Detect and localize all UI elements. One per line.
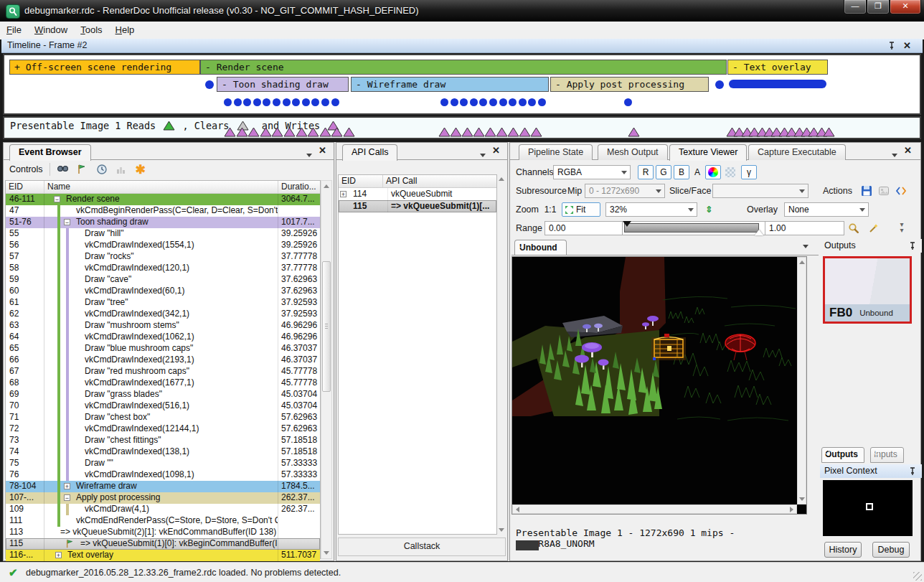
jump-to-event-icon[interactable] xyxy=(76,163,89,176)
timeline-draw-dot[interactable] xyxy=(283,98,291,106)
timeline-draw-dot[interactable] xyxy=(528,98,536,106)
event-row[interactable]: 76vkCmdDrawIndexed(1098,1)57.33333 xyxy=(6,469,320,481)
event-row[interactable]: 73Draw "chest fittings"57.18518 xyxy=(6,435,320,446)
expand-icon[interactable]: + xyxy=(64,483,70,489)
write-marker-triangle[interactable] xyxy=(450,127,462,137)
event-row[interactable]: 64vkCmdDrawIndexed(1062,1)46.96296 xyxy=(6,332,320,343)
timeline-draw-dot[interactable] xyxy=(538,98,546,106)
column-eid[interactable]: EID xyxy=(339,175,383,187)
tab-capture-executable[interactable]: Capture Executable xyxy=(748,144,846,160)
scrollbar-thumb[interactable] xyxy=(322,261,331,392)
timeline-draw-dot[interactable] xyxy=(715,80,724,89)
event-row[interactable]: 61Draw "tree"37.92593 xyxy=(6,297,320,309)
timeline-draw-dot[interactable] xyxy=(519,98,527,106)
alpha-checker-toggle[interactable] xyxy=(722,165,738,179)
collapse-icon[interactable]: − xyxy=(64,219,70,225)
range-white-point-handle[interactable] xyxy=(755,230,763,235)
write-marker-triangle[interactable] xyxy=(296,127,308,137)
tab-outputs[interactable]: Outputs xyxy=(821,447,864,463)
write-marker-triangle[interactable] xyxy=(484,127,496,137)
timeline-draw-dot[interactable] xyxy=(302,98,310,106)
slice-face-select[interactable] xyxy=(712,184,808,198)
timeline-event-bar[interactable] xyxy=(729,80,826,88)
zoom-range-icon[interactable] xyxy=(846,221,862,235)
event-row[interactable]: 78-104+Wireframe draw1784.5... xyxy=(6,481,320,492)
timeline-marker[interactable]: + Off-screen scene rendering xyxy=(9,60,200,75)
tab-inputs[interactable]: Inputs xyxy=(870,447,904,463)
timeline-draw-dot[interactable] xyxy=(243,98,251,106)
timeline-draw-dot[interactable] xyxy=(292,98,300,106)
color-wheel-toggle[interactable] xyxy=(705,165,721,179)
stats-icon[interactable] xyxy=(115,163,128,176)
event-row[interactable]: 46-111−Render scene3064.7... xyxy=(6,194,320,205)
timeline-draw-dot[interactable] xyxy=(311,98,319,106)
event-row[interactable]: 70vkCmdDrawIndexed(516,1)45.03704 xyxy=(6,400,320,412)
timeline-close-icon[interactable]: ✕ xyxy=(903,40,911,51)
event-row[interactable]: 68vkCmdDrawIndexed(1677,1)45.77778 xyxy=(6,377,320,389)
viewport-hscroll[interactable] xyxy=(512,504,797,514)
goto-resource-icon[interactable] xyxy=(893,184,909,198)
event-row[interactable]: 115=> vkQueueSubmit(1)[0]: vkBeginComman… xyxy=(6,538,320,550)
dock-menu-icon[interactable] xyxy=(306,149,312,159)
overlay-select[interactable]: None xyxy=(784,202,869,217)
callstack-bar[interactable]: Callstack xyxy=(338,538,506,556)
event-browser-close-icon[interactable]: ✕ xyxy=(319,145,326,156)
api-calls-close-icon[interactable]: ✕ xyxy=(492,145,500,156)
write-marker-triangle[interactable] xyxy=(496,127,508,137)
column-eid[interactable]: EID xyxy=(6,181,44,193)
event-row[interactable]: 47vkCmdBeginRenderPass(C=Clear, D=Clear,… xyxy=(6,205,320,217)
range-max-input[interactable]: 1.00 xyxy=(765,221,844,235)
autofit-wand-icon[interactable] xyxy=(866,221,882,235)
range-slider[interactable] xyxy=(622,221,765,235)
timeline-draw-dot[interactable] xyxy=(624,98,632,106)
open-image-icon[interactable] xyxy=(876,184,892,198)
menu-window[interactable]: Window xyxy=(28,22,74,38)
timeline-draw-dot[interactable] xyxy=(263,98,270,106)
event-row[interactable]: 111vkCmdEndRenderPass(C=Store, D=Store, … xyxy=(6,515,320,527)
event-row[interactable]: 116-...+Text overlay511.7037 xyxy=(6,550,320,561)
channel-green-toggle[interactable]: G xyxy=(656,165,671,179)
column-api-call[interactable]: API Call xyxy=(383,175,496,187)
timeline-marker[interactable]: - Apply post processing xyxy=(550,77,709,92)
write-marker-triangle[interactable] xyxy=(519,127,531,137)
timeline-draw-dot[interactable] xyxy=(451,98,458,106)
event-row[interactable]: 66vkCmdDrawIndexed(2193,1)46.37037 xyxy=(6,355,320,366)
collapse-icon[interactable]: − xyxy=(54,196,60,202)
event-row[interactable]: 65Draw "blue mushroom caps"46.37037 xyxy=(6,343,320,355)
event-row[interactable]: 109vkCmdDraw(4,1)262.37... xyxy=(6,504,320,515)
timeline-draw-dot[interactable] xyxy=(273,98,280,106)
event-row[interactable]: 62vkCmdDrawIndexed(342,1)37.92593 xyxy=(6,309,320,320)
timeline-marker[interactable]: - Render scene xyxy=(200,60,727,75)
texture-image-viewport[interactable] xyxy=(512,256,807,515)
channel-alpha-toggle[interactable]: A xyxy=(692,165,703,179)
pin-icon[interactable] xyxy=(909,242,916,250)
event-row[interactable]: 63Draw "mushroom stems"46.96296 xyxy=(6,320,320,332)
write-marker-triangle[interactable] xyxy=(319,127,331,137)
event-browser-table[interactable]: EID Name Duratio... 46-111−Render scene3… xyxy=(5,180,321,559)
find-icon[interactable] xyxy=(57,163,70,176)
expand-icon[interactable]: + xyxy=(55,552,62,558)
event-row[interactable]: 51-76−Toon shading draw1017.7... xyxy=(6,217,320,228)
api-call-row[interactable]: 115=> vkQueueSubmit(1)[... xyxy=(339,200,496,212)
write-marker-triangle[interactable] xyxy=(271,127,283,137)
texture-viewer-close-icon[interactable]: ✕ xyxy=(904,145,912,156)
timeline-draw-dot[interactable] xyxy=(460,98,468,106)
resize-grip[interactable] xyxy=(913,572,922,581)
tab-api-calls[interactable]: API Calls xyxy=(342,144,397,161)
pin-icon[interactable] xyxy=(888,42,895,50)
event-row[interactable]: 75Draw ""57.33333 xyxy=(6,458,320,469)
tab-mesh-output[interactable]: Mesh Output xyxy=(598,144,668,160)
event-row[interactable]: 107-...−Apply post processing262.37... xyxy=(6,492,320,504)
dock-menu-icon[interactable] xyxy=(892,149,897,159)
range-black-point-handle[interactable] xyxy=(623,221,631,227)
write-marker-triangle[interactable] xyxy=(224,127,236,137)
event-row[interactable]: 72vkCmdDrawIndexed(12144,1)57.62963 xyxy=(6,423,320,435)
api-calls-table[interactable]: EID API Call +114vkQueueSubmit115=> vkQu… xyxy=(338,174,497,535)
event-row[interactable]: 59Draw "cave"37.62963 xyxy=(6,274,320,286)
viewport-vscroll[interactable] xyxy=(797,257,806,504)
timeline-body[interactable]: + Off-screen scene rendering- Render sce… xyxy=(3,54,921,115)
range-more-icon[interactable]: ▾▾ xyxy=(897,222,906,233)
menu-tools[interactable]: Tools xyxy=(74,22,108,38)
dock-menu-icon[interactable] xyxy=(480,149,486,159)
write-marker-triangle[interactable] xyxy=(331,127,343,137)
